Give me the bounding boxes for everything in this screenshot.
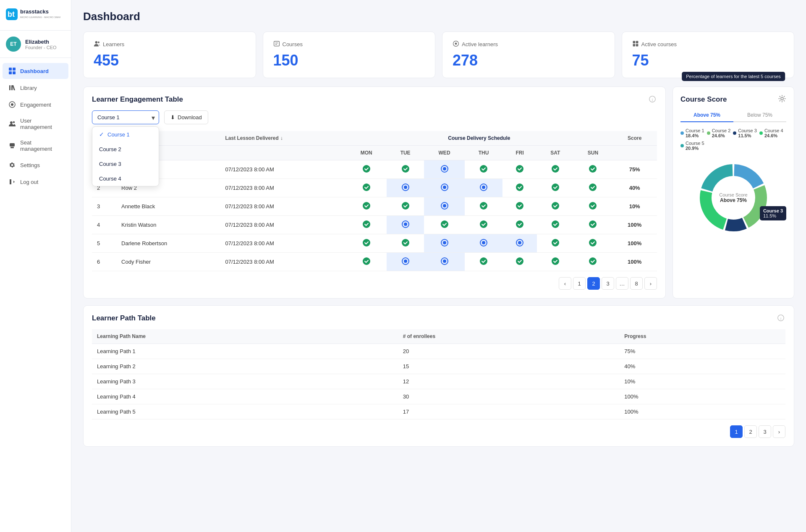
engagement-icon	[8, 101, 16, 108]
dropdown-item-course2[interactable]: Course 2	[92, 142, 159, 157]
user-profile[interactable]: ET Elizabeth Founder - CEO	[0, 31, 71, 58]
legend-item: Course 520.9%	[680, 141, 704, 151]
main-content: Dashboard Learners 455 Courses 150	[71, 0, 806, 532]
svg-point-13	[13, 121, 15, 123]
courses-icon	[273, 40, 280, 48]
sidebar-item-settings[interactable]: Settings	[3, 157, 68, 173]
next-page-button[interactable]: ›	[644, 277, 657, 290]
sidebar-item-library[interactable]: Library	[3, 80, 68, 96]
path-page-button-1[interactable]: 1	[730, 425, 743, 438]
stat-value-courses: 150	[273, 52, 425, 69]
sort-icon[interactable]: ↓	[280, 135, 283, 141]
table-row: 6 Cody Fisher 07/12/2023 8:00 AM 100%	[92, 253, 657, 271]
svg-text:MICRO LEARNING · MACRO SMART: MICRO LEARNING · MACRO SMART	[20, 16, 60, 18]
svg-point-53	[552, 202, 559, 210]
download-button[interactable]: ⬇ Download	[164, 110, 208, 124]
table-row: 3 Annette Black 07/12/2023 8:00 AM 10%	[92, 197, 657, 216]
download-icon: ⬇	[170, 114, 175, 121]
svg-rect-4	[9, 68, 12, 71]
svg-point-58	[441, 220, 448, 228]
svg-point-66	[443, 241, 446, 244]
donut-center-label: Course Score Above 75%	[719, 192, 747, 203]
svg-point-52	[516, 202, 523, 210]
sidebar-item-engagement[interactable]: Engagement	[3, 97, 68, 113]
stat-card-learners: Learners 455	[83, 31, 256, 78]
score-settings-icon[interactable]	[778, 94, 786, 105]
page-button-1[interactable]: 1	[573, 277, 586, 290]
sidebar-item-seat-management[interactable]: Seat management	[3, 135, 68, 156]
svg-point-61	[552, 220, 559, 228]
svg-rect-26	[636, 44, 638, 47]
svg-point-47	[363, 202, 370, 210]
col-wed: WED	[424, 146, 465, 160]
path-next-page-button[interactable]: ›	[773, 425, 785, 438]
active-learners-icon	[453, 40, 459, 48]
course-dropdown-menu: ✓ Course 1 Course 2 Course 3 Course 4	[92, 126, 159, 186]
svg-point-77	[443, 259, 446, 263]
list-item: Learning Path 1 20 75%	[92, 344, 785, 359]
svg-point-64	[402, 239, 409, 246]
stat-card-courses: Courses 150	[263, 31, 436, 78]
donut-chart-container: Course Score Above 75% Course 3 11.5%	[680, 156, 786, 240]
svg-point-72	[589, 239, 597, 246]
svg-point-68	[482, 241, 485, 244]
path-page-button-2[interactable]: 2	[744, 425, 757, 438]
svg-point-35	[552, 165, 559, 173]
col-thu: THU	[465, 146, 502, 160]
svg-rect-15	[10, 147, 14, 148]
dashboard-icon	[8, 67, 16, 75]
table-row: 2 Row 2 07/12/2023 8:00 AM 40%	[92, 179, 657, 197]
prev-page-button[interactable]: ‹	[559, 277, 571, 290]
user-management-icon	[8, 120, 16, 128]
svg-point-62	[589, 220, 597, 228]
svg-text:brasstacks: brasstacks	[20, 8, 49, 15]
page-button-2[interactable]: 2	[587, 277, 600, 290]
engagement-info-icon[interactable]: i	[649, 95, 657, 104]
svg-point-75	[404, 259, 407, 263]
sidebar-item-logout[interactable]: Log out	[3, 174, 68, 190]
legend-item: Course 224.6%	[707, 128, 731, 138]
list-item: Learning Path 2 15 40%	[92, 359, 785, 374]
svg-point-51	[480, 202, 487, 210]
page-button-8[interactable]: 8	[630, 277, 643, 290]
svg-rect-6	[9, 71, 12, 74]
sidebar-item-label: Engagement	[20, 102, 51, 108]
svg-rect-14	[10, 143, 15, 147]
svg-rect-7	[13, 71, 16, 74]
path-table-title: Learner Path Table	[92, 314, 156, 322]
dropdown-item-course4[interactable]: Course 4	[92, 171, 159, 186]
table-row: 1 Row 1 07/12/2023 8:00 AM 75%	[92, 160, 657, 179]
tab-above-75[interactable]: Above 75%	[680, 109, 733, 122]
dropdown-item-course1[interactable]: ✓ Course 1	[92, 127, 159, 142]
avatar: ET	[6, 37, 21, 52]
sidebar-item-label: User management	[20, 118, 63, 130]
score-tabs: Above 75% Below 75%	[680, 109, 786, 122]
sidebar-item-label: Dashboard	[20, 68, 49, 74]
dropdown-item-course3[interactable]: Course 3	[92, 157, 159, 171]
svg-point-81	[589, 257, 597, 265]
donut-segment[interactable]	[734, 164, 764, 189]
svg-point-57	[404, 223, 407, 226]
donut-segment[interactable]	[701, 164, 733, 191]
path-card-header: Learner Path Table i	[92, 314, 785, 322]
sidebar-item-dashboard[interactable]: Dashboard	[3, 63, 68, 79]
tab-below-75[interactable]: Below 75%	[733, 109, 786, 122]
sidebar-item-user-management[interactable]: User management	[3, 113, 68, 134]
svg-point-22	[455, 43, 457, 45]
donut-segment-tooltip: Course 3 11.5%	[760, 206, 786, 220]
svg-point-82	[781, 97, 783, 100]
col-lesson: Last Lesson Delivered ↓	[220, 131, 346, 146]
page-button-3[interactable]: 3	[602, 277, 614, 290]
path-col-name: Learning Path Name	[92, 329, 398, 344]
donut-segment[interactable]	[725, 218, 747, 231]
svg-point-11	[11, 103, 13, 106]
nav-menu: Dashboard Library Engagement User manage…	[0, 58, 71, 532]
path-info-icon[interactable]: i	[777, 314, 785, 322]
course-select[interactable]: Course 1 Course 2 Course 3 Course 4	[92, 110, 159, 124]
svg-text:i: i	[652, 97, 653, 102]
path-col-enrollees: # of enrollees	[398, 329, 620, 344]
svg-point-12	[10, 121, 13, 124]
stat-value-active-courses: 75	[632, 52, 784, 69]
sidebar-item-label: Library	[20, 85, 37, 91]
path-page-button-3[interactable]: 3	[759, 425, 771, 438]
